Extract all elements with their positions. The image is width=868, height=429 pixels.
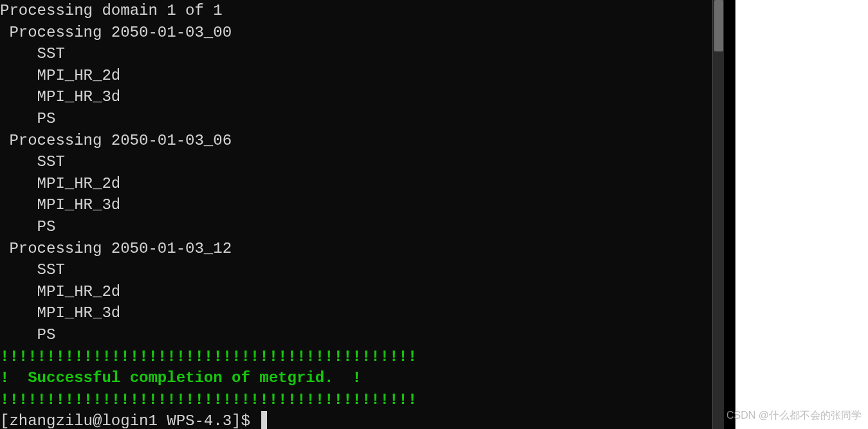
watermark-text: CSDN @什么都不会的张同学 <box>726 408 862 423</box>
scrollbar-thumb[interactable] <box>714 0 723 51</box>
shell-prompt: [zhangzilu@login1 WPS-4.3]$ <box>0 412 259 429</box>
processing-item: MPI_HR_2d <box>0 173 724 195</box>
processing-item: PS <box>0 108 724 130</box>
success-border-top: !!!!!!!!!!!!!!!!!!!!!!!!!!!!!!!!!!!!!!!!… <box>0 346 724 368</box>
processing-item: MPI_HR_3d <box>0 302 724 324</box>
processing-item: PS <box>0 324 724 346</box>
processing-item: MPI_HR_3d <box>0 194 724 216</box>
processing-item: SST <box>0 43 724 65</box>
processing-item: SST <box>0 151 724 173</box>
processing-item: SST <box>0 259 724 281</box>
processing-title: Processing 2050-01-03_06 <box>0 130 724 152</box>
shell-prompt-line[interactable]: [zhangzilu@login1 WPS-4.3]$ <box>0 410 724 429</box>
output-header: Processing domain 1 of 1 <box>0 0 724 22</box>
cursor-icon <box>261 411 267 429</box>
success-message: ! Successful completion of metgrid. ! <box>0 367 724 389</box>
vertical-scrollbar[interactable] <box>712 0 724 429</box>
processing-title: Processing 2050-01-03_12 <box>0 238 724 260</box>
processing-item: MPI_HR_2d <box>0 281 724 303</box>
terminal-window[interactable]: Processing domain 1 of 1 Processing 2050… <box>0 0 724 429</box>
processing-title: Processing 2050-01-03_00 <box>0 22 724 44</box>
processing-item: PS <box>0 216 724 238</box>
processing-item: MPI_HR_3d <box>0 86 724 108</box>
right-panel <box>735 0 868 429</box>
success-border-bottom: !!!!!!!!!!!!!!!!!!!!!!!!!!!!!!!!!!!!!!!!… <box>0 389 724 411</box>
processing-item: MPI_HR_2d <box>0 65 724 87</box>
